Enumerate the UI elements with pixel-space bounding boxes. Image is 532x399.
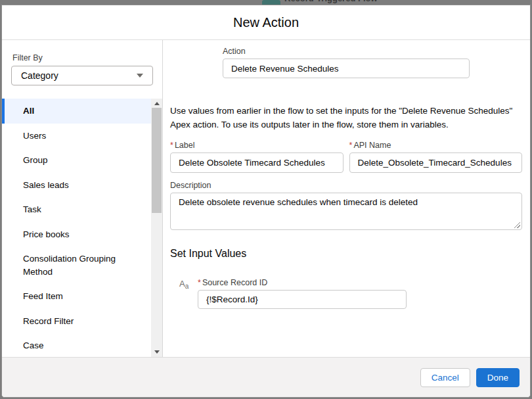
source-record-id-input[interactable] — [198, 290, 407, 309]
category-item-record-filter[interactable]: Record Filter — [2, 309, 152, 334]
cancel-button[interactable]: Cancel — [420, 368, 470, 387]
flow-title: Record-Triggered Flow — [284, 0, 378, 3]
filter-by-label: Filter By — [12, 53, 162, 62]
source-record-id-label: *Source Record ID — [198, 278, 407, 287]
intro-text: Use values from earlier in the flow to s… — [170, 104, 522, 131]
triangle-up-icon — [154, 102, 160, 105]
flow-start-element-icon — [262, 0, 280, 5]
category-sidebar: Filter By Category AllUsersGroupSales le… — [2, 40, 163, 357]
modal-title: New Action — [233, 15, 299, 30]
modal-header: New Action — [2, 5, 530, 40]
description-textarea[interactable]: Delete obsolete revenue schedules when t… — [170, 193, 522, 230]
label-field-label: *Label — [170, 141, 344, 150]
dimmed-backdrop: Record-Triggered Flow — [0, 0, 532, 5]
api-name-input[interactable] — [349, 153, 523, 173]
action-form: Action Use values from earlier in the fl… — [163, 40, 530, 357]
description-label: Description — [170, 181, 522, 190]
category-dropdown[interactable]: Category — [11, 66, 153, 85]
scrollbar-down-arrow[interactable] — [151, 347, 162, 356]
required-asterisk: * — [349, 141, 353, 150]
text-type-icon: Aa — [179, 279, 198, 290]
category-item-price-books[interactable]: Price books — [2, 222, 152, 247]
done-button[interactable]: Done — [476, 368, 520, 387]
sidebar-scrollbar[interactable] — [151, 99, 162, 357]
modal-footer: Cancel Done — [2, 357, 530, 397]
category-dropdown-value: Category — [21, 70, 58, 81]
chevron-down-icon — [137, 74, 143, 78]
category-item-users[interactable]: Users — [2, 124, 152, 149]
api-name-field-label: *API Name — [349, 141, 523, 150]
required-asterisk: * — [170, 141, 173, 150]
category-list: AllUsersGroupSales leadsTaskPrice booksC… — [2, 99, 152, 358]
scrollbar-thumb[interactable] — [152, 108, 162, 213]
category-item-group[interactable]: Group — [2, 148, 152, 173]
scrollbar-up-arrow[interactable] — [151, 99, 162, 108]
action-label: Action — [223, 47, 470, 56]
textarea-resize-handle[interactable] — [514, 222, 520, 228]
category-item-all[interactable]: All — [2, 99, 152, 124]
category-item-consolidation-grouping-method[interactable]: Consolidation Grouping Method — [2, 246, 152, 284]
category-item-sales-leads[interactable]: Sales leads — [2, 173, 152, 198]
action-input[interactable] — [223, 59, 470, 78]
category-item-case[interactable]: Case — [2, 333, 152, 358]
category-item-task[interactable]: Task — [2, 197, 152, 222]
required-asterisk: * — [198, 278, 201, 287]
new-action-modal: New Action Filter By Category AllUsersGr… — [1, 5, 531, 398]
set-input-values-heading: Set Input Values — [170, 248, 522, 260]
category-item-feed-item[interactable]: Feed Item — [2, 284, 152, 309]
triangle-down-icon — [154, 350, 160, 354]
label-input[interactable] — [170, 153, 344, 173]
